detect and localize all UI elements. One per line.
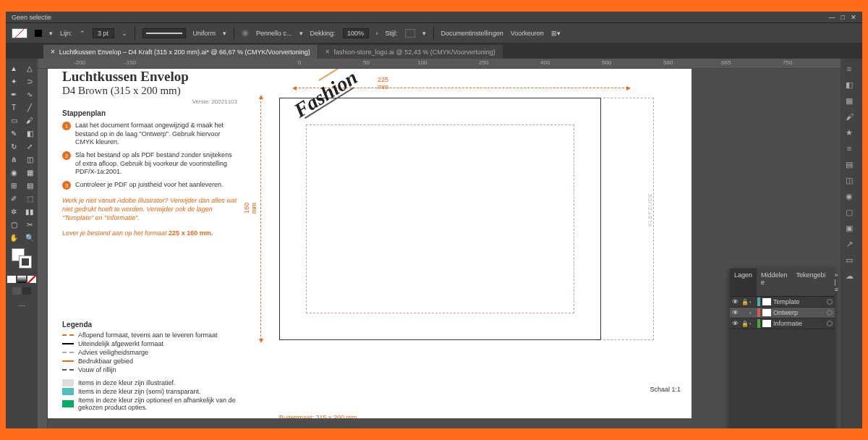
symbols-panel-icon[interactable]: ★ [841, 125, 858, 140]
stroke-panel-icon[interactable]: ≡ [841, 141, 858, 156]
horizontal-ruler[interactable]: -200 -150 0 50 100 250 400 500 580 665 7… [38, 59, 841, 69]
free-transform-icon[interactable]: ◫ [22, 153, 38, 166]
close-icon[interactable]: × [326, 48, 330, 56]
zoom-tool-icon[interactable]: 🔍 [22, 231, 38, 244]
gradient-tool-icon[interactable]: ▤ [22, 179, 38, 192]
expand-icon[interactable]: › [749, 300, 755, 305]
target-icon[interactable] [827, 299, 833, 305]
layer-row[interactable]: 👁 › Ontwerp [730, 308, 835, 318]
rotate-tool-icon[interactable]: ↻ [6, 140, 22, 153]
fill-stroke-indicator[interactable] [12, 28, 27, 38]
expand-icon[interactable]: › [749, 321, 755, 326]
chevron-down-icon[interactable]: ▾ [223, 30, 226, 37]
stroke-swatch[interactable] [19, 255, 32, 268]
perspective-grid-icon[interactable]: ▦ [22, 166, 38, 179]
horizontal-scrollbar[interactable] [48, 418, 830, 428]
graphic-styles-panel-icon[interactable]: ▢ [841, 205, 858, 219]
preferences-button[interactable]: Voorkeuren [511, 30, 544, 37]
tab-layers[interactable]: Lagen [730, 268, 757, 296]
document-setup-button[interactable]: Documentinstellingen [441, 30, 503, 37]
blend-tool-icon[interactable]: ⬚ [22, 192, 38, 205]
width-tool-icon[interactable]: ⋔ [6, 153, 22, 166]
magic-wand-icon[interactable]: ✦ [6, 75, 22, 88]
color-panel-icon[interactable]: ◧ [841, 77, 858, 92]
window-minimize-icon[interactable]: — [829, 14, 835, 21]
rectangle-tool-icon[interactable]: ▭ [6, 114, 22, 127]
visibility-toggle-icon[interactable]: 👁 [732, 309, 739, 316]
document-tab-active[interactable]: × Luchtkussen Envelop – D4 Kraft (315 x … [43, 45, 318, 59]
line-tool-icon[interactable]: ╱ [22, 101, 38, 114]
fill-stroke-swatches[interactable] [12, 248, 32, 268]
shaper-tool-icon[interactable]: ✎ [6, 127, 22, 140]
slice-tool-icon[interactable]: ✂ [22, 218, 38, 231]
mesh-tool-icon[interactable]: ⊞ [6, 179, 22, 192]
stroke-weight-input[interactable] [93, 28, 114, 38]
hand-tool-icon[interactable]: ✋ [6, 231, 22, 244]
lock-icon[interactable]: 🔒 [741, 321, 747, 327]
expand-icon[interactable]: › [749, 310, 755, 316]
column-graph-icon[interactable]: ▮▮ [22, 205, 38, 218]
mini-swatch[interactable] [35, 30, 42, 37]
selection-tool-icon[interactable]: ▲ [6, 62, 22, 75]
swatches-panel-icon[interactable]: ▦ [841, 93, 858, 108]
screen-mode-full-icon[interactable] [22, 287, 31, 295]
window-maximize-icon[interactable]: □ [841, 14, 845, 21]
height-dimension: 160 mm [243, 203, 258, 213]
stroke-weight-up-icon[interactable]: ⌃ [80, 30, 85, 37]
style-swatch[interactable] [405, 29, 415, 38]
visibility-toggle-icon[interactable]: 👁 [732, 320, 739, 327]
window-close-icon[interactable]: ✕ [851, 14, 856, 21]
target-icon[interactable] [827, 310, 833, 316]
align-icon[interactable]: ⊞▾ [551, 30, 561, 37]
lock-icon[interactable]: 🔒 [741, 299, 747, 305]
edit-toolbar-icon[interactable]: ⋯ [14, 299, 30, 312]
libraries-panel-icon[interactable]: ☁ [841, 268, 858, 283]
layers-panel-icon[interactable]: ▣ [841, 221, 858, 235]
pen-tool-icon[interactable]: ✒ [6, 88, 22, 101]
chevron-right-icon[interactable]: › [376, 30, 378, 37]
tab-artboards[interactable]: Tekengebi [792, 268, 830, 296]
layer-row[interactable]: 👁 🔒 › Informatie [730, 318, 835, 329]
vertical-ruler[interactable] [38, 69, 48, 428]
selection-status: Geen selectie [12, 14, 51, 21]
chevron-down-icon[interactable]: ▾ [299, 30, 303, 37]
color-mode-icon[interactable] [7, 276, 16, 283]
type-tool-icon[interactable]: T [6, 101, 22, 114]
symbol-sprayer-icon[interactable]: ✲ [6, 205, 22, 218]
visibility-toggle-icon[interactable]: 👁 [732, 298, 739, 305]
tab-assets[interactable]: Middelen e [757, 268, 792, 296]
curvature-tool-icon[interactable]: ∿ [22, 88, 38, 101]
eraser-tool-icon[interactable]: ◧ [22, 127, 38, 140]
eyedropper-tool-icon[interactable]: ✐ [6, 192, 22, 205]
direct-selection-tool-icon[interactable]: △ [22, 62, 38, 75]
artboards-panel-icon[interactable]: ▭ [841, 253, 858, 267]
asset-export-panel-icon[interactable]: ↗ [841, 237, 858, 251]
tab-label: fashion-store_logo.ai @ 52,43 % (CMYK/Vo… [334, 48, 495, 56]
gradient-mode-icon[interactable] [17, 276, 26, 283]
properties-panel-icon[interactable]: ≡ [841, 62, 858, 76]
screen-mode-normal-icon[interactable] [12, 287, 21, 295]
target-icon[interactable] [827, 321, 833, 326]
artboard-tool-icon[interactable]: ▢ [6, 218, 22, 231]
chevron-down-icon[interactable]: ▾ [422, 30, 426, 37]
appearance-panel-icon[interactable]: ◉ [841, 189, 858, 203]
brushes-panel-icon[interactable]: 🖌 [841, 109, 858, 124]
canvas[interactable]: Luchtkussen Envelop D4 Brown (315 x 200 … [48, 69, 841, 428]
paintbrush-tool-icon[interactable]: 🖌 [22, 114, 38, 127]
scale-tool-icon[interactable]: ⤢ [22, 140, 38, 153]
stroke-weight-down-icon[interactable]: ⌄ [122, 30, 127, 37]
chevron-down-icon[interactable]: ▾ [49, 30, 53, 37]
lasso-tool-icon[interactable]: ⊃ [22, 75, 38, 88]
opacity-input[interactable] [343, 28, 369, 38]
brush-icon[interactable] [242, 30, 249, 37]
gradient-panel-icon[interactable]: ▤ [841, 157, 858, 172]
none-mode-icon[interactable] [27, 276, 36, 283]
document-tab-inactive[interactable]: × fashion-store_logo.ai @ 52,43 % (CMYK/… [318, 45, 503, 59]
close-icon[interactable]: × [51, 48, 55, 56]
stroke-profile-dropdown[interactable] [142, 28, 186, 38]
layer-row[interactable]: 👁 🔒 › Template [730, 297, 835, 308]
main-area: ▲ △ ✦ ⊃ ✒ ∿ T ╱ ▭ 🖌 ✎ ◧ ↻ ⤢ ⋔ ◫ ◉ ▦ ⊞ ▤ [6, 59, 862, 428]
shape-builder-icon[interactable]: ◉ [6, 166, 22, 179]
transparency-panel-icon[interactable]: ◫ [841, 173, 858, 187]
panel-menu-icon[interactable]: » | ≡ [830, 268, 843, 296]
